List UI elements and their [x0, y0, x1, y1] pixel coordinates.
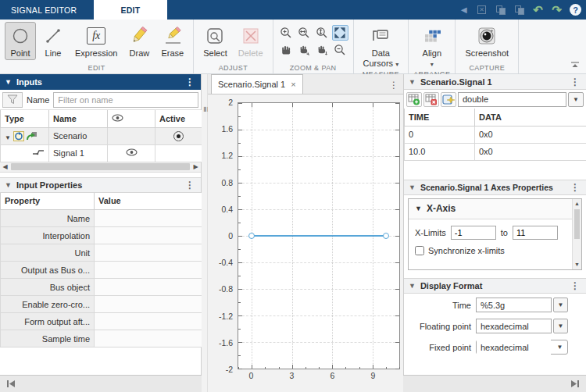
datatype-dropdown-icon[interactable]: ▼: [568, 92, 584, 107]
inputs-panel-header[interactable]: ▼ Inputs ⋮: [0, 74, 201, 90]
signal-data-header[interactable]: ▼ Scenario.Signal 1 ⋮: [404, 74, 586, 90]
col-header-time[interactable]: TIME: [405, 109, 475, 126]
property-value-cell[interactable]: [95, 313, 202, 330]
col-header-active[interactable]: Active: [155, 110, 202, 127]
pan-icon[interactable]: [278, 42, 295, 58]
input-properties-menu-icon[interactable]: ⋮: [184, 180, 196, 191]
signal-data-menu-icon[interactable]: ⋮: [569, 77, 581, 87]
scrollbar-thumb[interactable]: [11, 163, 190, 170]
scenario-active-radio[interactable]: [155, 127, 202, 144]
col-header-type[interactable]: Type: [1, 110, 49, 127]
erase-button[interactable]: Erase: [156, 22, 188, 60]
delete-button[interactable]: Delete: [234, 22, 268, 60]
property-row[interactable]: Enable zero-cro...: [1, 296, 202, 313]
time-format-dropdown-icon[interactable]: ▼: [553, 298, 568, 312]
signal-point-marker[interactable]: [248, 233, 255, 239]
axes-properties-header[interactable]: ▼ Scenario.Signal 1 Axes Properties ⋮: [404, 180, 586, 195]
document-menu-icon[interactable]: ⋮: [388, 80, 400, 91]
property-row[interactable]: Bus object: [1, 279, 202, 296]
copy-icon[interactable]: [495, 4, 506, 16]
scrollbar-thumb[interactable]: [574, 209, 580, 239]
input-properties-header[interactable]: ▼ Input Properties ⋮: [0, 177, 201, 193]
time-cell[interactable]: 0: [405, 126, 475, 143]
floating-point-combo[interactable]: hexadecimal ▼: [476, 319, 568, 333]
zoom-in-y-icon[interactable]: [314, 25, 331, 41]
display-format-collapse-icon[interactable]: ▼: [409, 282, 416, 290]
property-value-cell[interactable]: [95, 279, 202, 296]
filter-input[interactable]: [53, 92, 198, 108]
screenshot-button[interactable]: Screenshot: [460, 22, 513, 60]
cut-icon[interactable]: ✕: [476, 4, 488, 16]
table-row-signal1[interactable]: Signal 1: [1, 144, 202, 162]
tab-signal-editor[interactable]: SIGNAL EDITOR: [0, 0, 94, 20]
undo-icon[interactable]: ↶: [532, 4, 544, 16]
axes-properties-collapse-icon[interactable]: ▼: [409, 184, 416, 191]
zoom-out-icon[interactable]: [332, 42, 348, 58]
data-cell[interactable]: 0x0: [475, 126, 586, 143]
axes-properties-menu-icon[interactable]: ⋮: [569, 182, 581, 193]
data-cursors-button[interactable]: DataCursors ▾: [359, 22, 404, 70]
time-cell[interactable]: 10.0: [405, 143, 475, 160]
x-axis-accordion[interactable]: ▼ X-Axis: [409, 199, 581, 219]
redo-icon[interactable]: ↷: [551, 4, 563, 16]
add-row-button[interactable]: [406, 92, 422, 107]
fit-to-view-icon[interactable]: [332, 25, 348, 41]
property-row[interactable]: Sample time: [1, 330, 202, 347]
scenario-expand-icon[interactable]: ▼: [5, 134, 11, 141]
property-value-cell[interactable]: [95, 296, 202, 313]
col-header-value[interactable]: Value: [95, 193, 202, 210]
filter-funnel-icon[interactable]: [2, 92, 23, 108]
scroll-up-icon[interactable]: ▲: [573, 199, 581, 208]
fixed-point-combo[interactable]: hexadecimal ▼: [476, 340, 568, 355]
property-value-cell[interactable]: [95, 244, 202, 262]
signal-data-collapse-icon[interactable]: ▼: [409, 78, 416, 86]
collapse-left-panel-icon[interactable]: [6, 380, 16, 388]
signal1-active-cell[interactable]: [155, 144, 202, 162]
x-max-input[interactable]: [513, 226, 558, 240]
table-row-scenario[interactable]: ▼ Scenario: [1, 127, 202, 144]
floating-point-value[interactable]: hexadecimal: [476, 319, 552, 333]
signal-line[interactable]: [252, 235, 386, 237]
scroll-down-icon[interactable]: ▼: [573, 260, 581, 269]
scenario-name-cell[interactable]: Scenario: [49, 127, 108, 144]
inputs-collapse-icon[interactable]: ▼: [5, 78, 12, 86]
col-header-data[interactable]: DATA: [475, 109, 586, 126]
fixed-point-value[interactable]: hexadecimal: [477, 340, 551, 355]
floating-point-dropdown-icon[interactable]: ▼: [553, 319, 568, 333]
x-axis-collapse-icon[interactable]: ▼: [415, 205, 422, 212]
property-value-cell[interactable]: [95, 330, 202, 347]
signal1-name-cell[interactable]: Signal 1: [49, 144, 108, 162]
quick-access-chevron-icon[interactable]: ◄: [459, 5, 469, 15]
property-value-cell[interactable]: [95, 262, 202, 279]
draw-button[interactable]: Draw: [123, 22, 155, 60]
data-cell[interactable]: 0x0: [475, 143, 586, 160]
datatype-value[interactable]: double: [458, 92, 566, 107]
tab-edit[interactable]: EDIT: [94, 0, 166, 20]
pan-x-icon[interactable]: [296, 42, 313, 58]
time-format-combo[interactable]: %5.3g ▼: [476, 298, 568, 312]
property-row[interactable]: Interpolation: [1, 227, 202, 244]
tab-scenario-signal1[interactable]: Scenario.Signal 1 ×: [211, 74, 303, 94]
zoom-in-x-icon[interactable]: [296, 25, 313, 41]
inputs-horizontal-scrollbar[interactable]: ◀ ▶: [0, 162, 201, 173]
col-header-name[interactable]: Name: [49, 110, 108, 127]
align-button[interactable]: Align▾: [416, 22, 448, 70]
expression-button[interactable]: fx Expression: [70, 22, 122, 60]
paste-icon[interactable]: [513, 4, 525, 16]
collapse-right-panel-icon[interactable]: [570, 380, 580, 388]
select-button[interactable]: Select: [198, 22, 232, 60]
property-row[interactable]: Output as Bus o...: [1, 262, 202, 279]
close-tab-icon[interactable]: ×: [291, 80, 295, 89]
table-row[interactable]: 0 0x0: [405, 126, 586, 143]
signal-point-marker[interactable]: [383, 233, 389, 239]
property-row[interactable]: Form output aft...: [1, 313, 202, 330]
input-properties-collapse-icon[interactable]: ▼: [5, 181, 12, 189]
property-row[interactable]: Unit: [1, 244, 202, 262]
x-min-input[interactable]: [451, 226, 496, 240]
line-button[interactable]: Line: [38, 22, 69, 60]
delete-row-button[interactable]: [423, 92, 439, 107]
collapse-ribbon-icon[interactable]: [570, 61, 580, 70]
inputs-menu-icon[interactable]: ⋮: [184, 77, 196, 87]
zoom-in-icon[interactable]: [278, 25, 295, 41]
axes-properties-scrollbar[interactable]: ▲ ▼: [572, 199, 581, 269]
